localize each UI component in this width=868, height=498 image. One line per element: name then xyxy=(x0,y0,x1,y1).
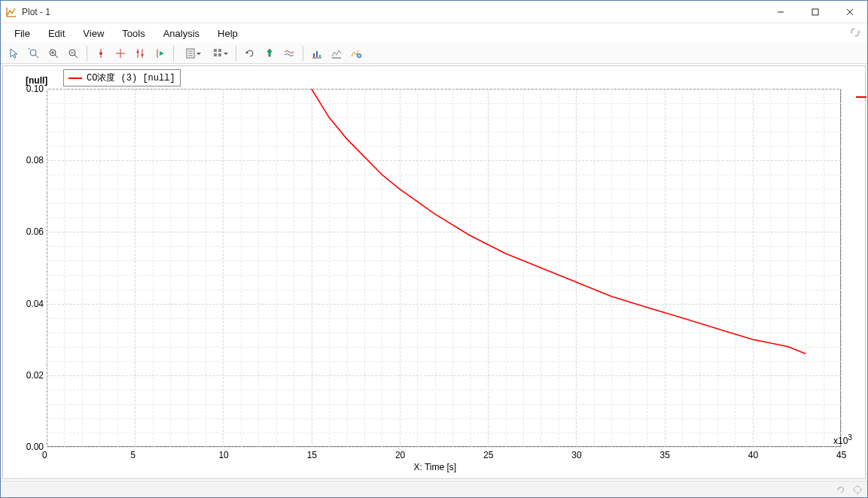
status-target-icon[interactable] xyxy=(852,484,863,495)
menu-file[interactable]: File xyxy=(5,25,39,42)
svg-rect-31 xyxy=(218,53,221,56)
svg-point-4 xyxy=(851,29,859,36)
svg-marker-33 xyxy=(267,49,272,56)
svg-rect-34 xyxy=(313,53,315,57)
chart-add-button[interactable] xyxy=(347,44,365,62)
status-refresh-icon[interactable] xyxy=(836,484,846,495)
chart-bar-button[interactable] xyxy=(308,44,326,62)
svg-line-8 xyxy=(55,55,58,58)
maximize-button[interactable] xyxy=(798,1,833,23)
svg-rect-1 xyxy=(812,9,818,15)
menu-view[interactable]: View xyxy=(74,25,113,42)
svg-rect-35 xyxy=(316,51,318,57)
svg-point-5 xyxy=(30,50,36,56)
svg-point-44 xyxy=(854,486,861,493)
chart-container[interactable]: CO浓度 (3) [null] [null] 05101520253035404… xyxy=(2,65,866,479)
zoom-in-button[interactable] xyxy=(44,44,62,62)
minimize-button[interactable] xyxy=(763,1,798,23)
pin-button[interactable] xyxy=(260,44,279,62)
svg-point-21 xyxy=(142,53,144,56)
toolbar-separator xyxy=(303,46,303,61)
svg-marker-23 xyxy=(160,51,164,56)
svg-point-20 xyxy=(137,50,139,53)
app-window: Plot - 1 File Edit View Tools Analysis H… xyxy=(0,0,868,498)
statusbar xyxy=(1,481,867,497)
titlebar: Plot - 1 xyxy=(1,1,867,23)
marker-play-button[interactable] xyxy=(151,44,169,62)
close-button[interactable] xyxy=(833,1,867,23)
content-area: CO浓度 (3) [null] [null] 05101520253035404… xyxy=(1,64,867,481)
toolbar xyxy=(1,43,867,64)
svg-rect-29 xyxy=(218,49,221,52)
legend[interactable]: CO浓度 (3) [null] xyxy=(63,69,181,87)
properties-list-button[interactable] xyxy=(178,44,204,62)
svg-rect-30 xyxy=(214,53,217,56)
grid-menu-button[interactable] xyxy=(206,44,231,62)
chart-stats-button[interactable] xyxy=(327,44,346,62)
spinner-icon xyxy=(849,26,861,38)
marker-cross-button[interactable] xyxy=(111,44,129,62)
toolbar-separator xyxy=(87,46,87,61)
svg-point-15 xyxy=(99,52,102,55)
menu-tools[interactable]: Tools xyxy=(113,25,154,42)
menu-help[interactable]: Help xyxy=(209,25,247,42)
refresh-button[interactable] xyxy=(241,44,259,62)
toolbar-separator xyxy=(173,46,174,61)
svg-rect-36 xyxy=(319,55,321,57)
series-line xyxy=(3,66,863,478)
zoom-area-button[interactable] xyxy=(25,44,43,62)
menu-edit[interactable]: Edit xyxy=(39,25,74,42)
menubar: File Edit View Tools Analysis Help xyxy=(1,23,867,43)
cursor-tool-button[interactable] xyxy=(5,44,23,62)
legend-swatch xyxy=(69,77,82,79)
marker-single-button[interactable] xyxy=(92,44,110,62)
legend-label: CO浓度 (3) [null] xyxy=(87,71,175,84)
window-title: Plot - 1 xyxy=(22,7,50,17)
layers-button[interactable] xyxy=(280,44,298,62)
toolbar-separator xyxy=(236,46,236,61)
menu-analysis[interactable]: Analysis xyxy=(154,25,209,42)
svg-marker-32 xyxy=(245,51,248,53)
svg-line-12 xyxy=(75,55,78,58)
marker-multi-button[interactable] xyxy=(131,44,149,62)
svg-rect-28 xyxy=(214,49,217,52)
app-icon xyxy=(5,6,17,18)
svg-line-6 xyxy=(35,55,38,58)
zoom-out-button[interactable] xyxy=(64,44,82,62)
